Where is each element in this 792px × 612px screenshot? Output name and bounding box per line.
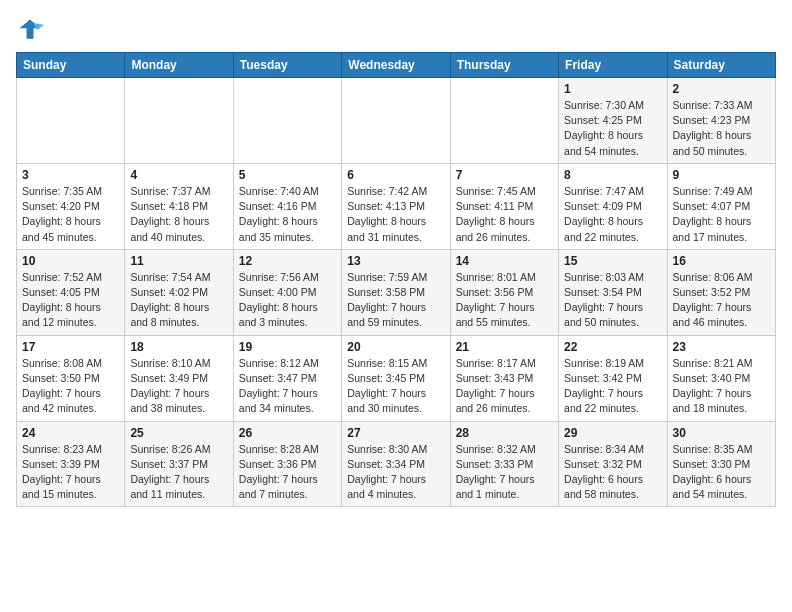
calendar-table: SundayMondayTuesdayWednesdayThursdayFrid… — [16, 52, 776, 507]
day-info: Sunrise: 7:30 AMSunset: 4:25 PMDaylight:… — [564, 98, 661, 159]
day-number: 3 — [22, 168, 119, 182]
day-number: 15 — [564, 254, 661, 268]
day-info: Sunrise: 7:47 AMSunset: 4:09 PMDaylight:… — [564, 184, 661, 245]
calendar-cell: 26Sunrise: 8:28 AMSunset: 3:36 PMDayligh… — [233, 421, 341, 507]
calendar-cell: 12Sunrise: 7:56 AMSunset: 4:00 PMDayligh… — [233, 249, 341, 335]
day-info: Sunrise: 7:54 AMSunset: 4:02 PMDaylight:… — [130, 270, 227, 331]
calendar-cell — [125, 78, 233, 164]
day-number: 19 — [239, 340, 336, 354]
calendar-cell: 8Sunrise: 7:47 AMSunset: 4:09 PMDaylight… — [559, 163, 667, 249]
day-number: 18 — [130, 340, 227, 354]
day-info: Sunrise: 8:01 AMSunset: 3:56 PMDaylight:… — [456, 270, 553, 331]
day-number: 7 — [456, 168, 553, 182]
calendar-cell: 19Sunrise: 8:12 AMSunset: 3:47 PMDayligh… — [233, 335, 341, 421]
day-number: 21 — [456, 340, 553, 354]
calendar-week-1: 1Sunrise: 7:30 AMSunset: 4:25 PMDaylight… — [17, 78, 776, 164]
calendar-body: 1Sunrise: 7:30 AMSunset: 4:25 PMDaylight… — [17, 78, 776, 507]
day-number: 25 — [130, 426, 227, 440]
day-number: 16 — [673, 254, 770, 268]
calendar-week-4: 17Sunrise: 8:08 AMSunset: 3:50 PMDayligh… — [17, 335, 776, 421]
calendar-cell: 21Sunrise: 8:17 AMSunset: 3:43 PMDayligh… — [450, 335, 558, 421]
calendar-cell: 3Sunrise: 7:35 AMSunset: 4:20 PMDaylight… — [17, 163, 125, 249]
day-info: Sunrise: 7:59 AMSunset: 3:58 PMDaylight:… — [347, 270, 444, 331]
day-info: Sunrise: 8:15 AMSunset: 3:45 PMDaylight:… — [347, 356, 444, 417]
calendar-header-row: SundayMondayTuesdayWednesdayThursdayFrid… — [17, 53, 776, 78]
weekday-header-thursday: Thursday — [450, 53, 558, 78]
day-info: Sunrise: 7:33 AMSunset: 4:23 PMDaylight:… — [673, 98, 770, 159]
day-number: 23 — [673, 340, 770, 354]
weekday-header-friday: Friday — [559, 53, 667, 78]
day-number: 9 — [673, 168, 770, 182]
day-number: 26 — [239, 426, 336, 440]
calendar-cell: 10Sunrise: 7:52 AMSunset: 4:05 PMDayligh… — [17, 249, 125, 335]
day-info: Sunrise: 7:52 AMSunset: 4:05 PMDaylight:… — [22, 270, 119, 331]
day-info: Sunrise: 8:10 AMSunset: 3:49 PMDaylight:… — [130, 356, 227, 417]
day-info: Sunrise: 7:45 AMSunset: 4:11 PMDaylight:… — [456, 184, 553, 245]
logo — [16, 16, 48, 44]
calendar-week-3: 10Sunrise: 7:52 AMSunset: 4:05 PMDayligh… — [17, 249, 776, 335]
day-number: 14 — [456, 254, 553, 268]
calendar-cell: 17Sunrise: 8:08 AMSunset: 3:50 PMDayligh… — [17, 335, 125, 421]
day-number: 1 — [564, 82, 661, 96]
calendar-cell: 5Sunrise: 7:40 AMSunset: 4:16 PMDaylight… — [233, 163, 341, 249]
calendar-cell: 11Sunrise: 7:54 AMSunset: 4:02 PMDayligh… — [125, 249, 233, 335]
logo-icon — [16, 16, 44, 44]
calendar-cell — [450, 78, 558, 164]
calendar-cell: 1Sunrise: 7:30 AMSunset: 4:25 PMDaylight… — [559, 78, 667, 164]
calendar-week-5: 24Sunrise: 8:23 AMSunset: 3:39 PMDayligh… — [17, 421, 776, 507]
day-number: 10 — [22, 254, 119, 268]
day-number: 30 — [673, 426, 770, 440]
day-info: Sunrise: 8:30 AMSunset: 3:34 PMDaylight:… — [347, 442, 444, 503]
day-info: Sunrise: 7:35 AMSunset: 4:20 PMDaylight:… — [22, 184, 119, 245]
calendar-week-2: 3Sunrise: 7:35 AMSunset: 4:20 PMDaylight… — [17, 163, 776, 249]
calendar-cell — [342, 78, 450, 164]
day-info: Sunrise: 8:19 AMSunset: 3:42 PMDaylight:… — [564, 356, 661, 417]
calendar-cell: 7Sunrise: 7:45 AMSunset: 4:11 PMDaylight… — [450, 163, 558, 249]
day-info: Sunrise: 7:56 AMSunset: 4:00 PMDaylight:… — [239, 270, 336, 331]
day-number: 4 — [130, 168, 227, 182]
weekday-header-monday: Monday — [125, 53, 233, 78]
day-number: 2 — [673, 82, 770, 96]
calendar-cell: 30Sunrise: 8:35 AMSunset: 3:30 PMDayligh… — [667, 421, 775, 507]
day-info: Sunrise: 8:23 AMSunset: 3:39 PMDaylight:… — [22, 442, 119, 503]
day-info: Sunrise: 7:49 AMSunset: 4:07 PMDaylight:… — [673, 184, 770, 245]
day-info: Sunrise: 7:40 AMSunset: 4:16 PMDaylight:… — [239, 184, 336, 245]
calendar-cell: 22Sunrise: 8:19 AMSunset: 3:42 PMDayligh… — [559, 335, 667, 421]
calendar-cell: 23Sunrise: 8:21 AMSunset: 3:40 PMDayligh… — [667, 335, 775, 421]
weekday-header-sunday: Sunday — [17, 53, 125, 78]
calendar-cell: 6Sunrise: 7:42 AMSunset: 4:13 PMDaylight… — [342, 163, 450, 249]
day-info: Sunrise: 8:26 AMSunset: 3:37 PMDaylight:… — [130, 442, 227, 503]
calendar-cell: 4Sunrise: 7:37 AMSunset: 4:18 PMDaylight… — [125, 163, 233, 249]
weekday-header-saturday: Saturday — [667, 53, 775, 78]
calendar-cell: 20Sunrise: 8:15 AMSunset: 3:45 PMDayligh… — [342, 335, 450, 421]
calendar-cell: 29Sunrise: 8:34 AMSunset: 3:32 PMDayligh… — [559, 421, 667, 507]
day-number: 8 — [564, 168, 661, 182]
day-info: Sunrise: 8:35 AMSunset: 3:30 PMDaylight:… — [673, 442, 770, 503]
day-info: Sunrise: 8:03 AMSunset: 3:54 PMDaylight:… — [564, 270, 661, 331]
calendar-cell: 9Sunrise: 7:49 AMSunset: 4:07 PMDaylight… — [667, 163, 775, 249]
calendar-cell: 15Sunrise: 8:03 AMSunset: 3:54 PMDayligh… — [559, 249, 667, 335]
calendar-cell: 2Sunrise: 7:33 AMSunset: 4:23 PMDaylight… — [667, 78, 775, 164]
calendar-cell: 18Sunrise: 8:10 AMSunset: 3:49 PMDayligh… — [125, 335, 233, 421]
day-number: 24 — [22, 426, 119, 440]
day-info: Sunrise: 8:34 AMSunset: 3:32 PMDaylight:… — [564, 442, 661, 503]
day-info: Sunrise: 7:42 AMSunset: 4:13 PMDaylight:… — [347, 184, 444, 245]
page-header — [16, 16, 776, 44]
calendar-cell — [17, 78, 125, 164]
day-info: Sunrise: 8:21 AMSunset: 3:40 PMDaylight:… — [673, 356, 770, 417]
calendar-cell: 14Sunrise: 8:01 AMSunset: 3:56 PMDayligh… — [450, 249, 558, 335]
day-number: 11 — [130, 254, 227, 268]
calendar-cell — [233, 78, 341, 164]
day-number: 5 — [239, 168, 336, 182]
day-info: Sunrise: 7:37 AMSunset: 4:18 PMDaylight:… — [130, 184, 227, 245]
day-info: Sunrise: 8:17 AMSunset: 3:43 PMDaylight:… — [456, 356, 553, 417]
day-info: Sunrise: 8:08 AMSunset: 3:50 PMDaylight:… — [22, 356, 119, 417]
day-number: 29 — [564, 426, 661, 440]
day-number: 20 — [347, 340, 444, 354]
weekday-header-tuesday: Tuesday — [233, 53, 341, 78]
day-number: 12 — [239, 254, 336, 268]
day-info: Sunrise: 8:12 AMSunset: 3:47 PMDaylight:… — [239, 356, 336, 417]
calendar-cell: 16Sunrise: 8:06 AMSunset: 3:52 PMDayligh… — [667, 249, 775, 335]
day-number: 17 — [22, 340, 119, 354]
calendar-cell: 27Sunrise: 8:30 AMSunset: 3:34 PMDayligh… — [342, 421, 450, 507]
